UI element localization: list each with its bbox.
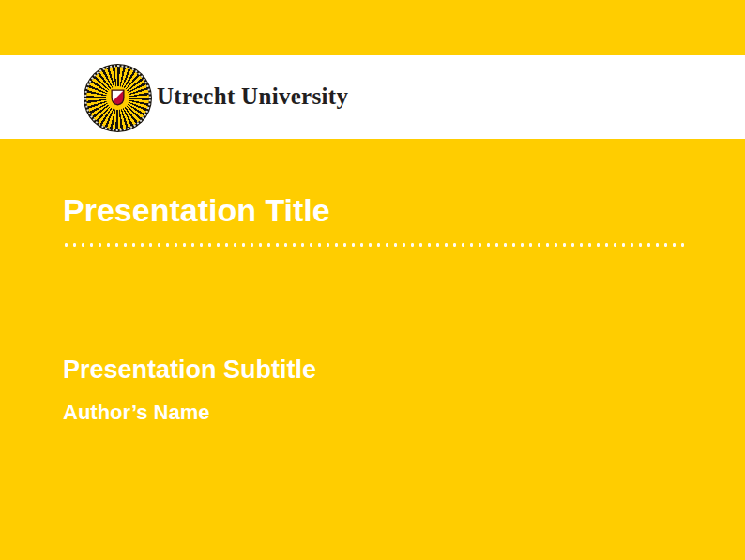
top-yellow-band <box>0 0 745 55</box>
utrecht-shield-icon <box>111 89 125 106</box>
presentation-slide: Utrecht University Presentation Title Pr… <box>0 0 745 560</box>
title-dotted-divider <box>62 242 685 248</box>
university-wordmark: Utrecht University <box>157 84 348 108</box>
author-name: Author’s Name <box>63 402 209 423</box>
slide-title: Presentation Title <box>63 194 330 226</box>
slide-subtitle: Presentation Subtitle <box>63 357 316 383</box>
utrecht-university-logo-icon <box>84 64 152 132</box>
header-band: Utrecht University <box>0 55 745 139</box>
